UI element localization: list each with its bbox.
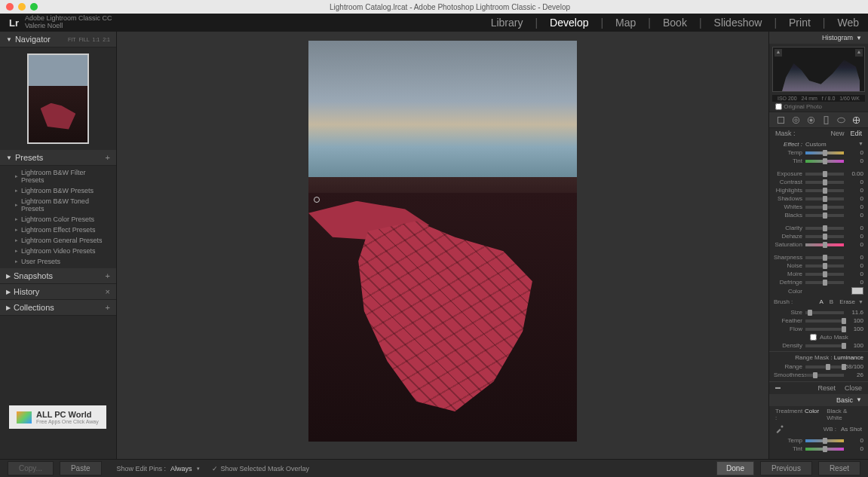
close-window-icon[interactable] <box>6 3 14 11</box>
preset-folder[interactable]: Lightroom B&W Presets <box>0 185 116 196</box>
defringe-slider[interactable]: Defringe0 <box>774 278 863 286</box>
crop-tool-icon[interactable] <box>776 115 787 125</box>
watermark-subtitle: Free Apps One Click Away <box>36 419 99 424</box>
edit-pins-control[interactable]: Show Edit Pins : Always ▾ <box>117 465 200 472</box>
eyedropper-icon[interactable] <box>775 424 784 433</box>
temp-slider[interactable]: Temp0 <box>774 148 863 157</box>
range-slider[interactable]: Range 58/100 <box>774 362 863 371</box>
preset-folder[interactable]: Lightroom Effect Presets <box>0 225 116 235</box>
collections-header[interactable]: ▶ Collections + <box>0 300 116 316</box>
shadow-clipping-icon[interactable]: ▲ <box>774 49 782 57</box>
noise-slider[interactable]: Noise0 <box>774 261 863 270</box>
zoom-fit[interactable]: FIT <box>68 37 76 42</box>
done-button[interactable]: Done <box>716 461 754 475</box>
presets-header[interactable]: ▼ Presets + <box>0 150 116 166</box>
tint-slider[interactable]: Tint0 <box>774 157 863 165</box>
navigator-thumbnail[interactable] <box>27 54 89 144</box>
spot-removal-icon[interactable] <box>791 115 802 125</box>
smoothness-slider[interactable]: Smoothness 26 <box>774 371 863 379</box>
basic-panel-header[interactable]: Basic ▼ <box>769 394 868 406</box>
preset-folder[interactable]: Lightroom General Presets <box>0 235 116 246</box>
clear-history-icon[interactable]: × <box>106 287 110 296</box>
basic-temp-label: Temp <box>774 437 805 444</box>
clarity-slider[interactable]: Clarity0 <box>774 224 863 232</box>
add-collection-icon[interactable]: + <box>106 303 110 312</box>
chevron-down-icon: ▼ <box>858 141 863 148</box>
effect-row[interactable]: Effect : Custom ▼ <box>774 140 863 148</box>
history-header[interactable]: ▶ History × <box>0 284 116 300</box>
module-slideshow[interactable]: Slideshow <box>714 17 762 29</box>
whites-slider[interactable]: Whites0 <box>774 203 863 211</box>
sharpness-slider[interactable]: Sharpness0 <box>774 253 863 261</box>
graduated-filter-icon[interactable] <box>820 115 831 125</box>
color-swatch[interactable] <box>851 287 863 295</box>
auto-mask-toggle[interactable]: Auto Mask <box>774 333 863 341</box>
mask-edit-button[interactable]: Edit <box>850 130 862 137</box>
mask-new-button[interactable]: New <box>830 130 844 137</box>
close-button[interactable]: Close <box>845 384 862 392</box>
auto-mask-checkbox[interactable] <box>810 334 817 341</box>
switch-icon[interactable]: ▬ <box>775 384 781 392</box>
snapshots-header[interactable]: ▶ Snapshots + <box>0 268 116 284</box>
histogram-header[interactable]: Histogram ▼ <box>769 32 868 44</box>
previous-button[interactable]: Previous <box>760 461 812 475</box>
histogram-chart[interactable]: ▲ ▲ <box>772 47 865 92</box>
size-slider[interactable]: Size11.6 <box>774 308 863 316</box>
blacks-slider[interactable]: Blacks0 <box>774 211 863 219</box>
feather-slider[interactable]: Feather100 <box>774 316 863 325</box>
zoom-1-1[interactable]: 1:1 <box>93 37 100 42</box>
treatment-bw-button[interactable]: Black & White <box>827 408 862 421</box>
dehaze-slider[interactable]: Dehaze0 <box>774 232 863 240</box>
preset-folder[interactable]: Lightroom B&W Filter Presets <box>0 167 116 185</box>
brush-erase-button[interactable]: Erase <box>839 298 855 305</box>
zoom-2-1[interactable]: 2:1 <box>103 37 110 42</box>
exposure-slider[interactable]: Exposure0.00 <box>774 170 863 178</box>
saturation-value: 0 <box>844 241 863 248</box>
adjustment-brush-icon[interactable] <box>851 115 861 125</box>
preset-folder[interactable]: Lightroom Video Presets <box>0 246 116 256</box>
reset-button[interactable]: Reset <box>817 384 836 392</box>
saturation-slider[interactable]: Saturation0 <box>774 240 863 249</box>
paste-button[interactable]: Paste <box>60 461 102 475</box>
original-photo-checkbox[interactable] <box>775 103 782 110</box>
reset-all-button[interactable]: Reset <box>818 461 860 475</box>
brush-a-button[interactable]: A <box>819 298 823 305</box>
module-book[interactable]: Book <box>663 17 687 29</box>
module-web[interactable]: Web <box>837 17 859 29</box>
brush-b-button[interactable]: B <box>830 298 833 305</box>
navigator-header[interactable]: ▼ Navigator FIT FILL 1:1 2:1 <box>0 32 116 47</box>
basic-temp-slider[interactable]: Temp 0 <box>774 436 863 445</box>
wb-value[interactable]: As Shot <box>841 426 862 433</box>
highlight-clipping-icon[interactable]: ▲ <box>855 49 863 57</box>
treatment-color-button[interactable]: Color <box>805 408 819 421</box>
basic-tint-slider[interactable]: Tint 0 <box>774 445 863 453</box>
radial-filter-icon[interactable] <box>836 115 846 125</box>
module-print[interactable]: Print <box>789 17 811 29</box>
preset-folder[interactable]: Lightroom Color Presets <box>0 214 116 225</box>
moire-label: Moire <box>774 271 805 277</box>
size-value: 11.6 <box>844 309 863 316</box>
moire-slider[interactable]: Moire0 <box>774 270 863 278</box>
shadows-slider[interactable]: Shadows0 <box>774 194 863 203</box>
zoom-window-icon[interactable] <box>30 3 38 11</box>
image-canvas[interactable] <box>308 41 577 442</box>
add-preset-icon[interactable]: + <box>106 153 110 162</box>
module-develop[interactable]: Develop <box>550 17 588 29</box>
contrast-slider[interactable]: Contrast0 <box>774 178 863 186</box>
module-library[interactable]: Library <box>491 17 523 29</box>
add-snapshot-icon[interactable]: + <box>106 271 110 280</box>
copy-button[interactable]: Copy... <box>8 461 54 475</box>
original-photo-toggle[interactable]: Original Photo <box>769 102 868 112</box>
flow-slider[interactable]: Flow100 <box>774 325 863 333</box>
overlay-toggle[interactable]: Show Selected Mask Overlay <box>212 465 310 472</box>
highlights-slider[interactable]: Highlights0 <box>774 186 863 194</box>
density-slider[interactable]: Density100 <box>774 341 863 350</box>
minimize-window-icon[interactable] <box>18 3 26 11</box>
range-mask-section: Range Mask : Luminance Range 58/100 Smoo… <box>769 351 868 381</box>
preset-folder[interactable]: Lightroom B&W Toned Presets <box>0 196 116 214</box>
redeye-tool-icon[interactable] <box>806 115 817 125</box>
range-mask-mode[interactable]: Luminance <box>834 354 863 361</box>
preset-folder[interactable]: User Presets <box>0 256 116 267</box>
module-map[interactable]: Map <box>615 17 636 29</box>
zoom-fill[interactable]: FILL <box>79 37 90 42</box>
